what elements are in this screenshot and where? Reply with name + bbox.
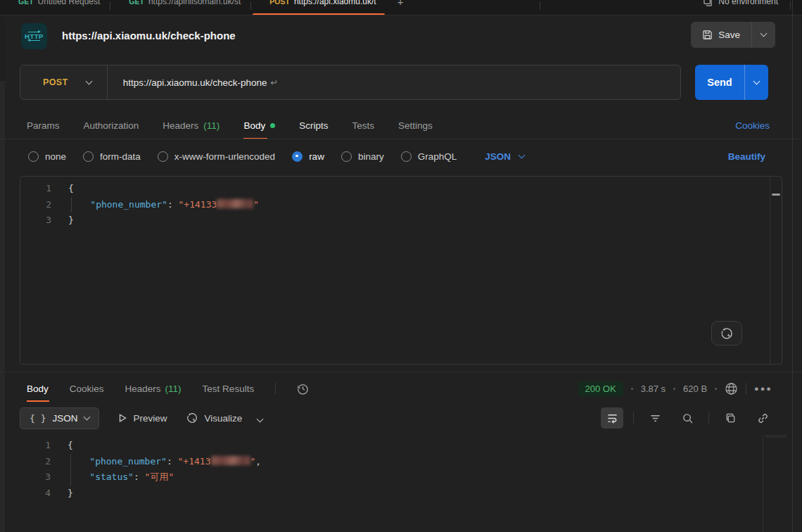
- radio-icon: [341, 151, 352, 162]
- mode-raw[interactable]: raw: [292, 151, 324, 162]
- sparkle-circle-icon: [720, 327, 734, 341]
- request-body-editor[interactable]: 1{2 "phone_number": "+14133"3}: [20, 176, 782, 365]
- tab-body[interactable]: Body: [243, 111, 275, 139]
- chevron-down-icon: [83, 413, 90, 420]
- response-tab-headers[interactable]: Headers(11): [125, 376, 182, 401]
- environment-selector[interactable]: No environment: [704, 0, 778, 15]
- mode-x-www-form-urlencoded[interactable]: x-www-form-urlencoded: [158, 151, 275, 162]
- response-tab-cookies[interactable]: Cookies: [70, 376, 104, 401]
- link-icon[interactable]: [751, 407, 774, 429]
- code-token: "+1413: [178, 456, 211, 467]
- language-label: JSON: [485, 151, 511, 162]
- save-options-button[interactable]: [751, 22, 775, 48]
- method-selector[interactable]: POST: [20, 77, 107, 87]
- mode-none[interactable]: none: [28, 151, 66, 162]
- code-token: }: [68, 215, 74, 225]
- tab-settings[interactable]: Settings: [398, 111, 433, 139]
- request-tab-2[interactable]: GET https://apinilsomain.uk/st: [110, 0, 250, 15]
- code-token: "可用": [145, 471, 174, 482]
- arrow-right-icon: [28, 32, 40, 32]
- editor-scrollbar[interactable]: [770, 177, 782, 364]
- tab-label: Headers: [125, 384, 161, 394]
- tab-authorization[interactable]: Authorization: [84, 111, 139, 139]
- line-number: 3: [20, 469, 51, 486]
- response-tab-test-results[interactable]: Test Results: [203, 376, 255, 401]
- line-number: 1: [20, 438, 51, 454]
- response-size[interactable]: 620 B: [683, 384, 707, 394]
- save-button[interactable]: Save: [691, 22, 751, 48]
- beautify-link[interactable]: Beautify: [728, 151, 765, 162]
- search-icon[interactable]: [676, 407, 699, 429]
- globe-icon[interactable]: [725, 382, 738, 395]
- code-line: 3}: [20, 213, 782, 229]
- code-token: :: [167, 456, 178, 467]
- response-body-viewer[interactable]: 1{2 "phone_number": "+1413",3 "status": …: [20, 433, 765, 501]
- postbot-button[interactable]: [711, 321, 742, 346]
- send-options-button[interactable]: [744, 65, 768, 100]
- response-scrollbar-track[interactable]: [763, 435, 763, 532]
- tab-label: https://apinilsomain.uk/st: [148, 0, 241, 6]
- mode-label: GraphQL: [418, 151, 457, 162]
- code-token: "status": [89, 471, 134, 482]
- response-time[interactable]: 3.87 s: [641, 384, 666, 394]
- tab-scripts[interactable]: Scripts: [299, 111, 328, 139]
- new-tab-button[interactable]: +: [386, 0, 415, 8]
- tab-label: Authorization: [84, 120, 139, 131]
- tab-label: Test Results: [203, 384, 255, 394]
- response-history-button[interactable]: [297, 383, 309, 395]
- request-tab-1[interactable]: GET Untitled Request: [0, 0, 110, 15]
- tab-headers[interactable]: Headers(11): [163, 111, 219, 139]
- chevron-down-icon: [518, 151, 526, 158]
- postman-app-window: GET Untitled Request GET https://apinils…: [0, 0, 802, 532]
- divider: [0, 372, 802, 372]
- save-label: Save: [718, 30, 740, 40]
- radio-icon: [158, 151, 168, 162]
- tab-tests[interactable]: Tests: [352, 111, 374, 139]
- request-tab-3-active[interactable]: POST https://api.xiaomu.uk/t: [251, 0, 386, 15]
- language-selector[interactable]: JSON: [485, 151, 524, 162]
- sparkle-circle-icon: [186, 412, 198, 424]
- code-content: }: [68, 213, 74, 229]
- divider: [633, 412, 634, 424]
- response-scrollbar-thumb[interactable]: [765, 435, 787, 438]
- status-badge[interactable]: 200 OK: [578, 381, 623, 396]
- return-key-icon: ↵: [271, 77, 279, 88]
- code-token: "+14133: [179, 199, 217, 210]
- radio-icon: [401, 151, 412, 162]
- tab-label: Untitled Request: [38, 0, 101, 6]
- send-button[interactable]: Send: [695, 65, 744, 100]
- cookies-link[interactable]: Cookies: [735, 111, 770, 139]
- response-format-selector[interactable]: { } JSON: [20, 407, 99, 429]
- wrap-text-button[interactable]: [601, 407, 623, 429]
- environment-icon: [704, 0, 713, 6]
- response-tab-body[interactable]: Body: [27, 376, 49, 401]
- pane-edge: [792, 0, 793, 532]
- tab-label: Tests: [352, 120, 374, 131]
- code-token: :: [167, 199, 179, 210]
- code-token: ": [253, 199, 259, 210]
- request-code-area: 1{2 "phone_number": "+14133"3}: [20, 177, 782, 229]
- visualize-options-button[interactable]: [257, 413, 262, 424]
- filter-icon[interactable]: [644, 407, 666, 429]
- braces-icon: { }: [30, 413, 46, 424]
- code-line: 2 "phone_number": "+1413",: [20, 454, 765, 470]
- scrollbar-thumb[interactable]: [772, 194, 780, 196]
- mode-binary[interactable]: binary: [341, 151, 384, 162]
- mode-form-data[interactable]: form-data: [83, 151, 141, 162]
- more-options-button[interactable]: ●●●: [754, 384, 772, 393]
- tab-label: Scripts: [299, 120, 328, 131]
- tab-params[interactable]: Params: [27, 111, 60, 139]
- code-token: }: [68, 488, 73, 498]
- mode-graphql[interactable]: GraphQL: [401, 151, 457, 162]
- line-number: 3: [20, 213, 51, 229]
- url-input[interactable]: https://api.xiaomu.uk/check-phone↵: [108, 77, 279, 88]
- indent-guide: [71, 197, 72, 213]
- divider: [0, 139, 802, 139]
- preview-button[interactable]: Preview: [117, 413, 167, 424]
- response-code-area: 1{2 "phone_number": "+1413",3 "status": …: [20, 433, 765, 501]
- visualize-button[interactable]: Visualize: [186, 412, 243, 424]
- line-number: 2: [20, 197, 51, 213]
- dot-separator: [631, 388, 633, 390]
- tab-label: Body: [27, 384, 49, 394]
- copy-icon[interactable]: [719, 407, 741, 429]
